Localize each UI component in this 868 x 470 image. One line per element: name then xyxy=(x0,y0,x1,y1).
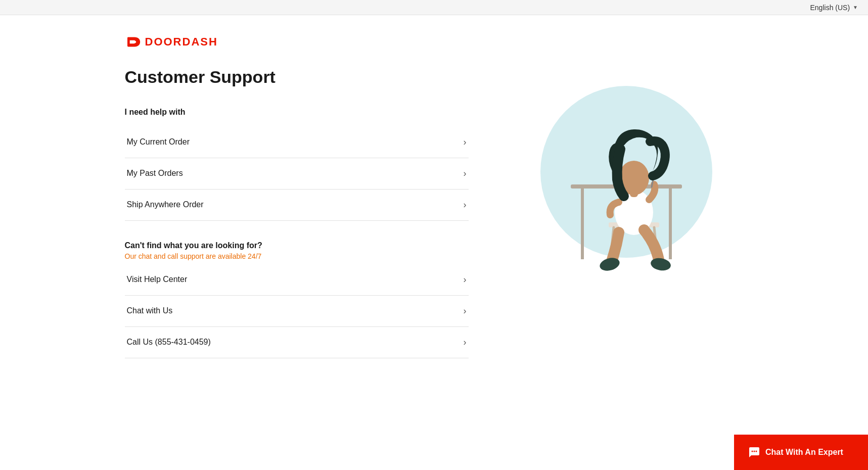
svg-point-14 xyxy=(752,451,753,452)
chat-expert-button[interactable]: Chat With An Expert xyxy=(734,435,868,470)
cant-find-title: Can't find what you are looking for? xyxy=(125,241,469,250)
chat-bubble-icon xyxy=(748,446,760,458)
chevron-right-icon: › xyxy=(464,306,467,316)
chat-expert-label: Chat With An Expert xyxy=(765,448,843,457)
chevron-right-icon: › xyxy=(464,337,467,348)
person-illustration xyxy=(530,66,722,278)
logo-text: DOORDASH xyxy=(145,35,218,49)
cant-find-subtitle: Our chat and call support are available … xyxy=(125,252,469,260)
menu-item-chat-with-us[interactable]: Chat with Us › xyxy=(125,296,469,327)
chevron-right-icon: › xyxy=(464,168,467,179)
chevron-down-icon: ▼ xyxy=(853,5,858,10)
doordash-logo: DOORDASH xyxy=(125,35,218,49)
svg-rect-2 xyxy=(669,189,672,259)
menu-item-past-orders[interactable]: My Past Orders › xyxy=(125,158,469,190)
menu-item-label: Call Us (855-431-0459) xyxy=(127,338,211,347)
page-title: Customer Support xyxy=(125,67,469,87)
cant-find-section: Can't find what you are looking for? Our… xyxy=(125,241,469,260)
right-column xyxy=(509,35,744,278)
logo-area: DOORDASH xyxy=(125,35,469,49)
help-section-label: I need help with xyxy=(125,108,469,117)
top-bar: English (US) ▼ xyxy=(0,0,868,15)
menu-item-ship-anywhere[interactable]: Ship Anywhere Order › xyxy=(125,190,469,221)
menu-item-current-order[interactable]: My Current Order › xyxy=(125,127,469,158)
left-column: DOORDASH Customer Support I need help wi… xyxy=(125,35,469,358)
menu-item-label: Chat with Us xyxy=(127,306,173,315)
menu-item-label: Visit Help Center xyxy=(127,275,188,284)
menu-item-call-us[interactable]: Call Us (855-431-0459) › xyxy=(125,327,469,358)
main-container: DOORDASH Customer Support I need help wi… xyxy=(101,15,768,379)
chevron-right-icon: › xyxy=(464,274,467,285)
menu-item-label: My Current Order xyxy=(127,137,190,147)
help-menu-list: My Current Order › My Past Orders › Ship… xyxy=(125,127,469,221)
svg-point-15 xyxy=(754,451,755,452)
illustration xyxy=(530,66,722,278)
doordash-icon xyxy=(125,36,141,48)
chevron-right-icon: › xyxy=(464,200,467,210)
language-label: English (US) xyxy=(810,4,850,12)
chevron-right-icon: › xyxy=(464,137,467,148)
svg-point-16 xyxy=(756,451,757,452)
section-spacer xyxy=(125,221,469,241)
menu-item-help-center[interactable]: Visit Help Center › xyxy=(125,264,469,296)
language-selector[interactable]: English (US) ▼ xyxy=(810,4,858,12)
menu-item-label: Ship Anywhere Order xyxy=(127,200,204,209)
menu-item-label: My Past Orders xyxy=(127,169,183,178)
support-menu-list: Visit Help Center › Chat with Us › Call … xyxy=(125,264,469,358)
svg-rect-1 xyxy=(581,189,584,259)
